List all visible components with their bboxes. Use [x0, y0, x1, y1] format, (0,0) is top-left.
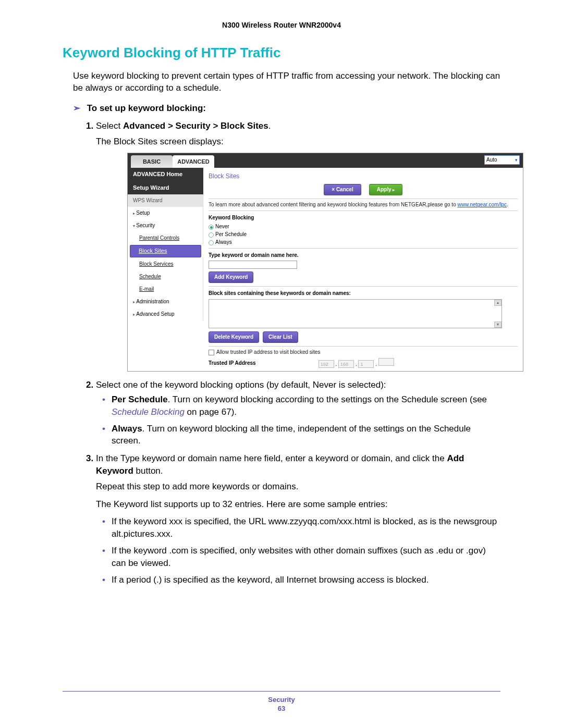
scroll-up-icon[interactable]: ▴	[494, 300, 501, 306]
block-list-label: Block sites containing these keywords or…	[209, 290, 518, 297]
keyword-input[interactable]	[209, 261, 297, 269]
page-footer: Security 63	[0, 691, 563, 712]
lpc-link[interactable]: www.netgear.com/lpc	[457, 202, 507, 207]
radio-icon	[209, 240, 214, 245]
checkbox-icon[interactable]	[209, 350, 214, 355]
sidebar-item-email[interactable]: E-mail	[128, 283, 203, 295]
step-2: Select one of the keyword blocking optio…	[96, 379, 500, 447]
apply-button[interactable]: Apply	[369, 184, 402, 195]
sidebar-item-advsetup[interactable]: Advanced Setup	[128, 308, 203, 320]
step-1-suffix: .	[268, 121, 271, 131]
keyword-listbox[interactable]: ▴ ▾	[209, 299, 502, 328]
document-header: N300 Wireless Router WNR2000v4	[63, 21, 500, 29]
chevron-down-icon: ▾	[515, 157, 518, 164]
step-2-text: Select one of the keyword blocking optio…	[96, 380, 386, 390]
sidebar-item-wps[interactable]: WPS Wizard	[128, 194, 203, 207]
tab-basic[interactable]: BASIC	[131, 155, 173, 168]
panel-title: Block Sites	[209, 171, 518, 184]
router-ui-screenshot: BASIC ADVANCED Auto ▾ ADVANCED Home Setu…	[127, 153, 523, 372]
sidebar-item-setup[interactable]: Setup	[128, 207, 203, 219]
sidebar-item-home[interactable]: ADVANCED Home	[128, 168, 203, 181]
intro-paragraph: Use keyword blocking to prevent certain …	[73, 70, 500, 94]
ip-octet-1[interactable]: 192	[319, 360, 334, 368]
radio-icon	[209, 232, 214, 238]
keyword-blocking-label: Keyword Blocking	[209, 214, 518, 221]
step-3-sub1: Repeat this step to add more keywords or…	[96, 480, 500, 493]
radio-never[interactable]: Never	[209, 223, 518, 230]
delete-keyword-button[interactable]: Delete Keyword	[209, 331, 259, 343]
ip-octet-3[interactable]: 1	[358, 360, 374, 368]
sample-entry-3: If a period (.) is specified as the keyw…	[102, 574, 500, 586]
language-select[interactable]: Auto ▾	[484, 155, 520, 165]
task-heading: ➢ To set up keyword blocking:	[73, 103, 500, 114]
sample-entry-2: If the keyword .com is specified, only w…	[102, 545, 500, 570]
sidebar-item-wizard[interactable]: Setup Wizard	[128, 181, 203, 194]
learn-more-text: To learn more about advanced content fil…	[209, 201, 518, 208]
main-panel: Block Sites Cancel Apply To learn more a…	[203, 168, 523, 371]
schedule-blocking-link[interactable]: Schedule Blocking	[112, 407, 185, 417]
sidebar: ADVANCED Home Setup Wizard WPS Wizard Se…	[128, 168, 203, 371]
radio-per-schedule[interactable]: Per Schedule	[209, 231, 518, 238]
step-2-opt-per-schedule: Per Schedule. Turn on keyword blocking a…	[102, 393, 500, 418]
tab-advanced[interactable]: ADVANCED	[173, 155, 214, 168]
step-1-text: Select	[96, 121, 123, 131]
sidebar-item-parental[interactable]: Parental Controls	[128, 232, 203, 244]
section-heading: Keyword Blocking of HTTP Traffic	[63, 45, 500, 61]
ip-octet-2[interactable]: 168	[338, 360, 354, 368]
language-value: Auto	[486, 156, 497, 164]
step-3: In the Type keyword or domain name here …	[96, 452, 500, 586]
sidebar-item-security[interactable]: Security	[128, 219, 203, 232]
radio-always[interactable]: Always	[209, 239, 518, 246]
tab-bar: BASIC ADVANCED Auto ▾	[128, 153, 523, 168]
step-1-path: Advanced > Security > Block Sites	[123, 121, 268, 131]
step-1-sub: The Block Sites screen displays:	[96, 135, 500, 148]
scroll-down-icon[interactable]: ▾	[494, 322, 501, 328]
sample-entry-1: If the keyword xxx is specified, the URL…	[102, 515, 500, 540]
sidebar-item-schedule[interactable]: Schedule	[128, 270, 203, 283]
step-1: Select Advanced > Security > Block Sites…	[96, 120, 500, 372]
clear-list-button[interactable]: Clear List	[263, 331, 298, 343]
cancel-button[interactable]: Cancel	[324, 184, 361, 195]
allow-trusted-row[interactable]: Allow trusted IP address to visit blocke…	[209, 349, 518, 356]
chevron-right-icon: ➢	[73, 103, 80, 113]
footer-chapter: Security	[0, 696, 563, 704]
trusted-ip-label: Trusted IP Address	[209, 360, 256, 367]
radio-icon	[209, 225, 214, 230]
sidebar-item-block-services[interactable]: Block Services	[128, 258, 203, 270]
task-heading-text: To set up keyword blocking:	[87, 103, 206, 113]
footer-page-number: 63	[0, 705, 563, 712]
sidebar-item-block-sites[interactable]: Block Sites	[130, 245, 201, 257]
sidebar-item-admin[interactable]: Administration	[128, 295, 203, 308]
ip-octet-4[interactable]	[378, 358, 394, 366]
step-2-opt-always: Always. Turn on keyword blocking all the…	[102, 423, 500, 448]
step-3-sub2: The Keyword list supports up to 32 entri…	[96, 498, 500, 511]
type-keyword-label: Type keyword or domain name here.	[209, 252, 518, 259]
add-keyword-button[interactable]: Add Keyword	[209, 272, 253, 283]
